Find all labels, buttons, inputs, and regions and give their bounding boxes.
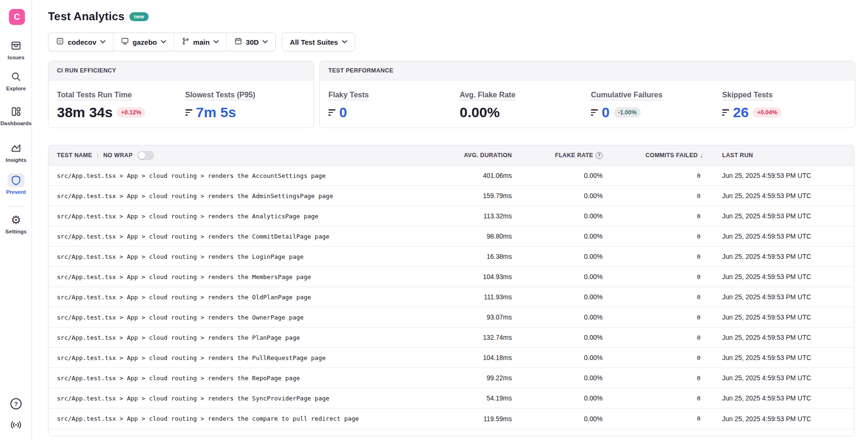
test-name-cell[interactable]: src/App.test.tsx > App > cloud routing >… — [48, 395, 433, 402]
test-name-header-label: TEST NAME — [57, 152, 92, 159]
table-row[interactable]: src/App.test.tsx > App > cloud routing >… — [48, 226, 854, 247]
shield-icon — [8, 173, 24, 187]
no-wrap-toggle[interactable] — [137, 151, 154, 160]
avg-duration-cell: 16.38ms — [433, 253, 518, 260]
flake-rate-cell: 0.00% — [518, 394, 609, 402]
table-row[interactable]: src/App.test.tsx > App > cloud routing >… — [48, 186, 854, 206]
codecov-logo[interactable]: C — [9, 9, 25, 25]
flake-rate-cell: 0.00% — [518, 172, 609, 179]
sidebar-item-explore[interactable]: Explore — [0, 70, 32, 91]
table-row[interactable]: src/App.test.tsx > App > cloud routing >… — [48, 307, 854, 328]
org-icon — [56, 37, 64, 47]
sort-lines-icon — [328, 109, 335, 115]
help-button[interactable]: ? — [0, 397, 32, 412]
repo-filter[interactable]: gazebo — [113, 33, 174, 51]
table-row[interactable]: src/App.test.tsx > App > cloud routing >… — [48, 368, 854, 388]
metric-value[interactable]: 7m 5s — [196, 104, 236, 120]
column-header-test-name[interactable]: TEST NAME | NO WRAP — [48, 151, 433, 160]
git-branch-icon — [182, 37, 190, 47]
test-name-cell[interactable]: src/App.test.tsx > App > cloud routing >… — [48, 172, 433, 179]
test-name-cell[interactable]: src/App.test.tsx > App > cloud routing >… — [48, 294, 433, 301]
test-name-cell[interactable]: src/App.test.tsx > App > cloud routing >… — [48, 375, 433, 382]
sidebar-item-label: Issues — [8, 55, 24, 60]
sidebar-item-dashboards[interactable]: Dashboards — [0, 104, 32, 126]
table-row[interactable]: src/App.test.tsx > App > cloud routing >… — [48, 247, 854, 267]
metric-label[interactable]: Slowest Tests (P95) — [185, 91, 255, 100]
avg-duration-cell: 119.59ms — [433, 415, 518, 423]
table-row[interactable]: src/App.test.tsx > App > cloud routing >… — [48, 287, 854, 307]
metric-value[interactable]: 0 — [602, 104, 610, 120]
column-header-commits-failed[interactable]: COMMITS FAILED ↓ — [609, 152, 709, 159]
sort-desc-icon: ↓ — [700, 152, 703, 159]
test-performance-card: TEST PERFORMANCE Flaky Tests 0 Avg. Flak… — [319, 61, 855, 128]
last-run-cell: Jun 25, 2025 4:59:53 PM UTC — [709, 293, 854, 301]
date-range-filter[interactable]: 30D — [227, 33, 276, 51]
table-row[interactable]: src/App.test.tsx > App > cloud routing >… — [48, 267, 854, 287]
test-name-cell[interactable]: src/App.test.tsx > App > cloud routing >… — [48, 233, 433, 240]
sidebar-item-label: Settings — [5, 229, 26, 234]
table-row[interactable]: src/App.test.tsx > App > cloud routing >… — [48, 206, 854, 226]
metric-value[interactable]: 26 — [733, 104, 749, 120]
org-filter-value: codecov — [68, 38, 96, 46]
test-name-cell[interactable]: src/App.test.tsx > App > cloud routing >… — [48, 415, 433, 422]
sidebar-item-prevent[interactable]: Prevent — [0, 173, 32, 195]
metric-cumulative-failures: Cumulative Failures 0 -1.00% — [591, 91, 722, 120]
commits-failed-cell: 0 — [609, 314, 709, 321]
branch-filter[interactable]: main — [174, 33, 227, 51]
metric-label[interactable]: Cumulative Failures — [591, 91, 662, 100]
column-header-avg-duration[interactable]: AVG. DURATION — [433, 152, 518, 159]
last-run-cell: Jun 25, 2025 4:59:53 PM UTC — [709, 232, 854, 240]
last-run-cell: Jun 25, 2025 4:59:53 PM UTC — [709, 354, 854, 361]
column-header-flake-rate[interactable]: FLAKE RATE ? — [518, 152, 609, 159]
table-row[interactable]: src/App.test.tsx > App > cloud routing >… — [48, 166, 854, 186]
last-run-cell: Jun 25, 2025 4:59:53 PM UTC — [709, 212, 854, 220]
sidebar-item-label: Explore — [6, 86, 26, 91]
metric-value: 0.00% — [460, 104, 500, 120]
whats-new-button[interactable] — [0, 420, 32, 432]
calendar-icon — [234, 37, 242, 47]
last-run-cell: Jun 25, 2025 4:59:53 PM UTC — [709, 253, 854, 260]
delta-badge: -1.00% — [614, 107, 641, 118]
sidebar-item-issues[interactable]: Issues — [0, 39, 32, 60]
test-name-cell[interactable]: src/App.test.tsx > App > cloud routing >… — [48, 253, 433, 260]
metric-avg-flake-rate: Avg. Flake Rate 0.00% — [460, 91, 591, 120]
svg-text:?: ? — [14, 400, 18, 408]
column-header-last-run[interactable]: LAST RUN — [709, 152, 854, 159]
avg-duration-cell: 113.32ms — [433, 212, 518, 220]
table-row[interactable]: src/App.test.tsx > App > cloud routing >… — [48, 348, 854, 368]
last-run-cell: Jun 25, 2025 4:59:53 PM UTC — [709, 273, 854, 280]
delta-badge: +0.12% — [117, 107, 145, 118]
table-row[interactable]: src/App.test.tsx > App > cloud routing >… — [48, 388, 854, 408]
sort-lines-icon — [591, 109, 598, 115]
sidebar-item-insights[interactable]: Insights — [0, 141, 32, 163]
test-name-cell[interactable]: src/App.test.tsx > App > cloud routing >… — [48, 354, 433, 361]
test-name-cell[interactable]: src/App.test.tsx > App > cloud routing >… — [48, 192, 433, 200]
avg-duration-header-label: AVG. DURATION — [464, 152, 512, 159]
last-run-cell: Jun 25, 2025 4:59:53 PM UTC — [709, 172, 854, 179]
metric-label[interactable]: Total Tests Run Time — [57, 91, 132, 100]
sort-lines-icon — [722, 109, 729, 115]
table-row[interactable]: src/App.test.tsx > App > cloud routing >… — [48, 408, 854, 429]
test-name-cell[interactable]: src/App.test.tsx > App > cloud routing >… — [48, 314, 433, 321]
test-suites-filter[interactable]: All Test Suites — [282, 32, 355, 51]
page-title: Test Analytics — [48, 10, 125, 23]
commits-failed-cell: 0 — [609, 375, 709, 382]
table-row[interactable]: src/App.test.tsx > App > cloud routing >… — [48, 328, 854, 348]
metric-label[interactable]: Flaky Tests — [328, 91, 369, 100]
metric-skipped-tests: Skipped Tests 26 +0.04% — [722, 91, 853, 120]
test-name-cell[interactable]: src/App.test.tsx > App > cloud routing >… — [48, 334, 433, 341]
table-row-partial — [48, 429, 854, 436]
sidebar-item-settings[interactable]: ⚙ Settings — [0, 213, 32, 234]
metric-label[interactable]: Avg. Flake Rate — [460, 91, 516, 100]
sort-lines-icon — [185, 109, 192, 115]
metric-value[interactable]: 0 — [339, 104, 347, 120]
test-name-cell[interactable]: src/App.test.tsx > App > cloud routing >… — [48, 273, 433, 280]
chevron-down-icon — [214, 40, 219, 44]
commits-failed-cell: 0 — [609, 354, 709, 361]
commits-failed-cell: 0 — [609, 415, 709, 422]
metric-flaky-tests: Flaky Tests 0 — [328, 91, 460, 120]
metric-label[interactable]: Skipped Tests — [722, 91, 772, 100]
sidebar-item-label: Insights — [6, 157, 26, 163]
org-filter[interactable]: codecov — [48, 33, 113, 51]
test-name-cell[interactable]: src/App.test.tsx > App > cloud routing >… — [48, 213, 433, 220]
